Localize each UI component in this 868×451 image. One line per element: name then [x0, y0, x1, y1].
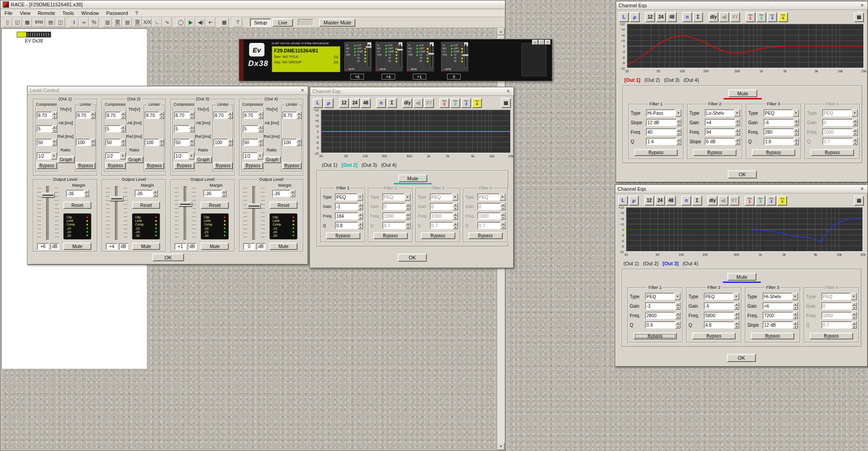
filter-bypass-button[interactable]: Bypass [421, 232, 455, 239]
filter-bypass-button[interactable]: Bypass [811, 149, 854, 156]
menu-password[interactable]: Password [103, 10, 132, 16]
channel-fader-handle[interactable] [396, 48, 403, 52]
spinner-buttons[interactable]: ▲▼ [406, 212, 410, 220]
limiter-release-spinner[interactable]: 100▲▼ [76, 139, 95, 146]
output-tab-2[interactable]: (Out 2) [643, 261, 658, 266]
channel-fader-handle[interactable] [365, 46, 372, 49]
spinner-buttons[interactable]: ▲▼ [90, 112, 95, 119]
filter-param-spinner[interactable]: -6▲▼ [764, 119, 799, 126]
compressor-bypass-button[interactable]: Bypass [243, 162, 263, 169]
margin-spinner[interactable]: -36▲▼ [203, 190, 226, 197]
chevron-down-icon[interactable]: ▼ [733, 293, 739, 300]
master-mute-button[interactable]: Master Mute [319, 19, 355, 27]
filter-bypass-button[interactable]: Bypass [692, 333, 736, 339]
menu-tools[interactable]: Tools [59, 10, 78, 16]
spinner-buttons[interactable]: ▲▼ [297, 112, 302, 119]
mute-button[interactable]: Mute [132, 243, 160, 250]
setup-button[interactable]: Setup [250, 19, 271, 27]
filter-param-spinner[interactable]: 0.8▲▼ [335, 222, 363, 229]
output-fader[interactable] [175, 185, 196, 241]
info-icon[interactable]: i [69, 18, 79, 27]
link-button[interactable]: L [313, 98, 323, 108]
chevron-down-icon[interactable]: ▼ [792, 293, 798, 300]
delay-button[interactable]: dly [708, 12, 718, 22]
spinner-buttons[interactable]: ▲▼ [228, 139, 233, 146]
phase-button[interactable]: ℘ [629, 196, 639, 206]
live-button[interactable]: Live [272, 19, 293, 27]
filter-type-select[interactable]: PEQ▼ [477, 193, 505, 201]
spinner-buttons[interactable]: ▲▼ [453, 212, 458, 220]
spinner-buttons[interactable]: ▲▼ [228, 112, 233, 119]
menu-window[interactable]: Window [78, 10, 103, 16]
spinner-buttons[interactable]: ▲▼ [794, 128, 799, 136]
keyboard-button[interactable]: ▤ [501, 98, 511, 108]
out-3-button[interactable]: Out3 [461, 98, 471, 108]
limiter-release-spinner[interactable]: 100▲▼ [145, 139, 164, 146]
filter-param-spinner[interactable]: -3▲▼ [645, 302, 680, 310]
filter-param-spinner[interactable]: 5800▲▼ [704, 312, 739, 319]
filter-param-spinner[interactable]: 4.8▲▼ [704, 321, 739, 329]
out-2-button[interactable]: Out2 [756, 12, 766, 22]
out-2-button[interactable]: Out2 [755, 196, 765, 206]
minimize-icon[interactable]: ▭ [532, 40, 538, 45]
save-icon[interactable]: ▦ [23, 18, 32, 27]
fader-handle[interactable] [110, 196, 123, 201]
open-folder-icon[interactable]: ◱ [13, 18, 22, 27]
filter-param-spinner[interactable]: 1000▲▼ [382, 212, 410, 220]
spinner-buttons[interactable]: ▲▼ [406, 222, 410, 229]
spinner-buttons[interactable]: ▲▼ [794, 138, 799, 145]
noise-button[interactable]: n [681, 196, 691, 206]
output-tab-1[interactable]: (Out 1) [322, 162, 337, 168]
spinner-buttons[interactable]: ▲▼ [52, 139, 57, 146]
scroll-up-icon[interactable]: ▲ [497, 28, 505, 35]
find-icon[interactable]: ∞ [79, 18, 89, 27]
filter-param-spinner[interactable]: 6 dB▲▼ [705, 138, 740, 145]
restore-icon[interactable]: ▢ [538, 40, 544, 45]
filter-param-spinner[interactable]: 1000▲▼ [430, 212, 458, 220]
spinner-buttons[interactable]: ▲▼ [794, 119, 799, 126]
xy-button[interactable]: XY [729, 196, 739, 206]
slope-48-button[interactable]: 48 [361, 98, 371, 108]
spinner-buttons[interactable]: ▲▼ [500, 203, 505, 210]
filter-type-select[interactable]: Hi-Pass▼ [646, 109, 681, 117]
spinner-buttons[interactable]: ▲▼ [121, 139, 126, 146]
filter-param-spinner[interactable]: 0.7▲▼ [821, 321, 857, 329]
filter-param-spinner[interactable]: 1000▲▼ [477, 212, 505, 220]
menu-help[interactable]: ? [132, 10, 142, 16]
graph-button[interactable]: Graph [57, 156, 75, 163]
out-3-button[interactable]: Out3 [766, 196, 776, 206]
spinner-buttons[interactable]: ▲▼ [453, 222, 458, 229]
noise-button[interactable]: n [682, 12, 692, 22]
slope-12-button[interactable]: 12 [339, 98, 349, 108]
spinner-buttons[interactable]: ▲▼ [675, 302, 680, 310]
output-fader[interactable] [243, 185, 265, 241]
spinner-buttons[interactable]: ▲▼ [258, 112, 263, 119]
spinner-buttons[interactable]: ▲▼ [853, 119, 858, 126]
close-icon[interactable]: × [299, 87, 306, 94]
delay-button[interactable]: dly [708, 196, 717, 206]
slope-48-button[interactable]: 48 [666, 196, 676, 206]
keyboard-button[interactable]: ▤ [854, 196, 864, 206]
compressor-attack-spinner[interactable]: 5▲▼ [37, 125, 57, 132]
out-1-button[interactable]: Out1 [745, 196, 755, 206]
spinner-buttons[interactable]: ▲▼ [84, 190, 89, 197]
ok-button[interactable]: OK [727, 354, 756, 362]
filter-param-spinner[interactable]: 12 dB▲▼ [763, 321, 798, 329]
chevron-down-icon[interactable]: ▼ [257, 152, 263, 160]
filter-param-spinner[interactable]: -5▲▼ [704, 302, 739, 310]
filter-param-spinner[interactable]: 0▲▼ [821, 302, 857, 310]
speaker-button[interactable]: ◀) [413, 98, 423, 108]
spinner-buttons[interactable]: ▲▼ [852, 321, 857, 329]
play-icon[interactable]: ▶ [186, 18, 195, 27]
filter-param-spinner[interactable]: +6▲▼ [763, 302, 798, 310]
device-tree-item[interactable]: EV Dx38 [9, 32, 59, 43]
output-tab-4[interactable]: (Out 4) [683, 261, 698, 266]
filter-param-spinner[interactable]: 7200▲▼ [763, 312, 798, 319]
spinner-buttons[interactable]: ▲▼ [735, 128, 740, 136]
close-icon[interactable]: × [859, 2, 865, 9]
graph-button[interactable]: Graph [264, 156, 281, 163]
out-1-button[interactable]: Out1 [745, 12, 755, 22]
compressor-bypass-button[interactable]: Bypass [37, 162, 57, 169]
menu-file[interactable]: File [1, 10, 16, 16]
spinner-buttons[interactable]: ▲▼ [453, 203, 458, 210]
